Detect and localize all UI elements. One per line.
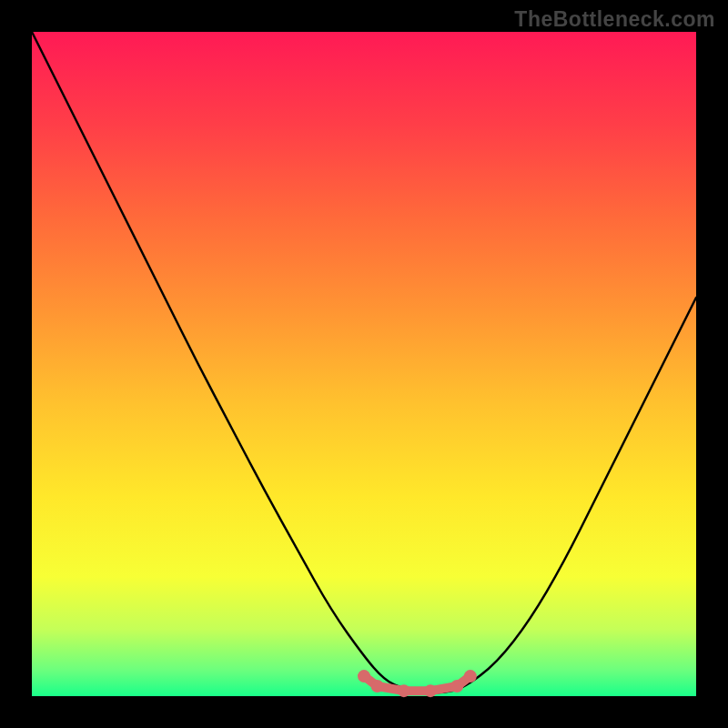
valley-marker-dot [398,684,410,697]
valley-marker-dot [424,684,437,697]
valley-marker-dot [371,680,384,693]
chart-stage: TheBottleneck.com [0,0,728,728]
valley-marker-dot [464,670,477,682]
valley-marker-dot [450,680,463,693]
plot-background [32,32,696,696]
chart-svg [0,0,728,728]
watermark-text: TheBottleneck.com [514,7,715,32]
valley-marker-dot [358,670,370,682]
